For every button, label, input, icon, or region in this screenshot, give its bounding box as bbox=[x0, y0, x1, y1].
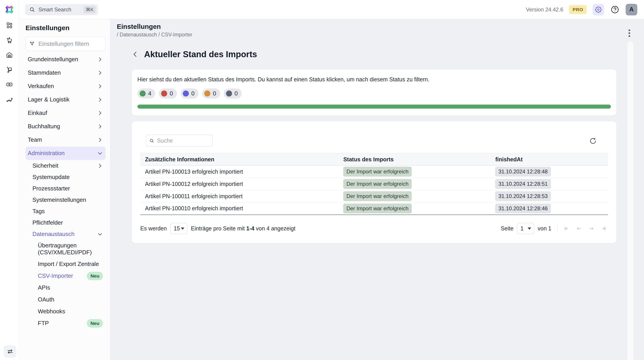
main-content: Einstellungen / Datenaustausch / CSV-Imp… bbox=[110, 19, 644, 360]
next-page-button[interactable] bbox=[588, 225, 596, 233]
pagination-prefix: Es werden bbox=[140, 225, 167, 232]
sidebar-item-csv-importer[interactable]: CSV-ImporterNeu bbox=[26, 270, 106, 282]
xentral-logo[interactable] bbox=[4, 4, 14, 15]
search-icon bbox=[29, 6, 35, 13]
shortcut-badge: ⌘K bbox=[84, 6, 96, 13]
warehouse-icon[interactable] bbox=[4, 50, 14, 60]
section-title: Aktueller Stand des Imports bbox=[144, 50, 257, 59]
table-row: Artikel PN-100012 erfolgreich importiert… bbox=[140, 178, 608, 190]
chevron-down-icon bbox=[97, 231, 103, 237]
version-text: Version 24.42.6 bbox=[526, 6, 563, 13]
page-number-select[interactable]: 1 bbox=[517, 223, 534, 234]
orange-dot bbox=[204, 91, 210, 97]
smart-search[interactable]: Smart Search ⌘K bbox=[25, 4, 98, 15]
table-row: Artikel PN-100010 erfolgreich importiert… bbox=[140, 202, 608, 215]
sidebar-item-grundeinstellungen[interactable]: Grundeinstellungen bbox=[26, 53, 106, 66]
sidebar-item-import-export-zentrale[interactable]: Import / Export Zentrale bbox=[26, 258, 106, 270]
chevron-right-icon bbox=[97, 83, 103, 89]
settings-gear-button[interactable] bbox=[592, 4, 604, 15]
prev-page-button[interactable] bbox=[575, 225, 583, 233]
status-chip-blue[interactable]: 0 bbox=[180, 88, 198, 99]
sidebar-item-systemupdate[interactable]: Systemupdate bbox=[26, 172, 106, 183]
page-size-select[interactable]: 15 bbox=[170, 223, 187, 234]
sidebar-item-ftp[interactable]: FTPNeu bbox=[26, 317, 106, 329]
status-badge: Der Import war erfolgreich bbox=[343, 179, 412, 189]
status-chip-green[interactable]: 4 bbox=[138, 88, 155, 99]
scrollbar-track[interactable] bbox=[627, 41, 634, 360]
col-header-info: Zusätzliche Informationen bbox=[140, 153, 338, 166]
refresh-icon[interactable] bbox=[588, 136, 598, 146]
sidebar-filter[interactable] bbox=[26, 37, 106, 51]
avatar[interactable]: A bbox=[626, 4, 637, 15]
sidebar-item-tags[interactable]: Tags bbox=[26, 205, 106, 217]
swap-arrows-icon[interactable] bbox=[4, 345, 16, 358]
chevron-right-icon bbox=[97, 137, 103, 143]
table-search[interactable] bbox=[146, 135, 212, 147]
divider bbox=[557, 225, 558, 232]
pagination-mid: Einträge pro Seite mit 1-4 von 4 angezei… bbox=[191, 225, 295, 232]
help-icon bbox=[610, 5, 620, 14]
neu-badge: Neu bbox=[87, 272, 103, 280]
status-badge: Der Import war erfolgreich bbox=[343, 191, 412, 201]
chevron-right-icon bbox=[97, 97, 103, 103]
sidebar-item-pflichtfelder[interactable]: Pflichtfelder bbox=[26, 217, 106, 228]
col-header-finishedat: finishedAt bbox=[490, 153, 608, 166]
finished-at-badge: 31.10.2024 12:28:53 bbox=[495, 191, 551, 201]
caret-down-icon bbox=[181, 227, 184, 230]
finished-at-badge: 31.10.2024 12:28:46 bbox=[495, 203, 551, 213]
blue-dot bbox=[183, 91, 189, 97]
chevron-right-icon bbox=[97, 124, 103, 129]
top-bar: Smart Search ⌘K Version 24.42.6 PRO A bbox=[19, 0, 644, 19]
status-badge: Der Import war erfolgreich bbox=[343, 167, 412, 177]
sidebar-item-prozessstarter[interactable]: Prozessstarter bbox=[26, 183, 106, 194]
chart-trend-icon[interactable] bbox=[4, 94, 14, 104]
apps-icon[interactable] bbox=[4, 20, 14, 30]
chevron-right-icon bbox=[97, 110, 103, 116]
help-button[interactable] bbox=[610, 5, 620, 14]
first-page-button[interactable] bbox=[562, 225, 570, 233]
pro-badge: PRO bbox=[569, 5, 587, 14]
last-page-button[interactable] bbox=[600, 225, 608, 233]
finished-at-badge: 31.10.2024 12:28:48 bbox=[495, 167, 551, 177]
gear-icon bbox=[595, 6, 602, 13]
import-table-card: Zusätzliche Informationen Status des Imp… bbox=[132, 121, 616, 243]
breadcrumb: / Datenaustausch / CSV-Importer bbox=[117, 32, 644, 38]
chevron-right-icon bbox=[97, 163, 103, 169]
sidebar-item-uebertragungen[interactable]: Übertragungen (CSV/XML/EDI/PDF) bbox=[26, 240, 106, 258]
sidebar-item-oauth[interactable]: OAuth bbox=[26, 294, 106, 306]
status-chip-orange[interactable]: 0 bbox=[202, 88, 220, 99]
status-chip-gray[interactable]: 0 bbox=[224, 88, 242, 99]
smart-search-label: Smart Search bbox=[38, 6, 84, 13]
sidebar-item-apis[interactable]: APIs bbox=[26, 282, 106, 294]
banknote-icon[interactable] bbox=[4, 80, 14, 89]
sidebar-item-einkauf[interactable]: Einkauf bbox=[26, 106, 106, 120]
imports-table: Zusätzliche Informationen Status des Imp… bbox=[140, 153, 608, 215]
status-description: Hier siehst du den aktuellen Status des … bbox=[138, 76, 611, 83]
sidebar-filter-input[interactable] bbox=[38, 40, 102, 47]
sidebar-item-datenaustausch[interactable]: Datenaustausch bbox=[26, 228, 106, 240]
sidebar-item-administration[interactable]: Administration bbox=[26, 147, 106, 160]
col-header-status: Status des Imports bbox=[338, 153, 490, 166]
icon-rail bbox=[0, 0, 19, 360]
filter-funnel-icon bbox=[29, 41, 35, 47]
sidebar-item-team[interactable]: Team bbox=[26, 133, 106, 147]
status-chip-red[interactable]: 0 bbox=[159, 88, 177, 99]
page-of-label: von 1 bbox=[538, 225, 551, 232]
kebab-menu-icon[interactable] bbox=[625, 28, 634, 38]
sidebar-item-buchhaltung[interactable]: Buchhaltung bbox=[26, 120, 106, 133]
import-status-card: Hier siehst du den aktuellen Status des … bbox=[132, 69, 616, 116]
sidebar-item-webhooks[interactable]: Webhooks bbox=[26, 306, 106, 317]
sidebar-item-stammdaten[interactable]: Stammdaten bbox=[26, 66, 106, 80]
neu-badge: Neu bbox=[87, 319, 103, 328]
table-search-input[interactable] bbox=[157, 137, 209, 144]
sidebar-item-sicherheit[interactable]: Sicherheit bbox=[26, 160, 106, 172]
chevron-down-icon bbox=[97, 150, 103, 156]
handtruck-icon[interactable] bbox=[4, 65, 14, 75]
sidebar-item-systemeinstellungen[interactable]: Systemeinstellungen bbox=[26, 194, 106, 205]
sidebar-item-verkaufen[interactable]: Verkaufen bbox=[26, 80, 106, 93]
chevron-right-icon bbox=[97, 70, 103, 76]
cart-up-icon[interactable] bbox=[4, 35, 14, 45]
back-button[interactable] bbox=[130, 49, 140, 59]
sidebar-item-lager-logistik[interactable]: Lager & Logistik bbox=[26, 93, 106, 106]
pagination-bar: Es werden 15 Einträge pro Seite mit 1-4 … bbox=[140, 223, 608, 234]
